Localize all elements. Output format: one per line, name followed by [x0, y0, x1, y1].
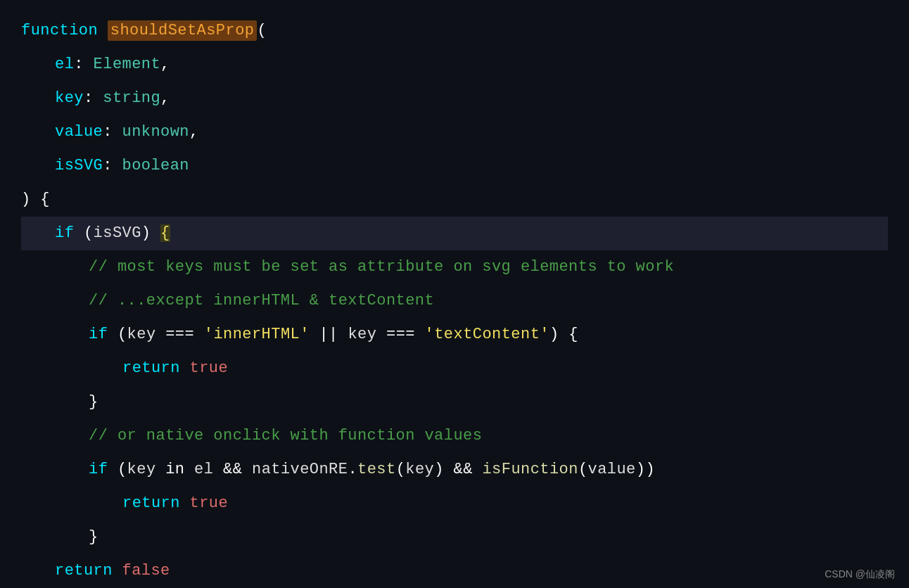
code-line-9: // ...except innerHTML & textContent: [21, 284, 888, 318]
param-value: value: [55, 123, 103, 141]
method-test: test: [357, 461, 396, 478]
code-editor: function shouldSetAsProp( el: Element, k…: [0, 0, 909, 588]
type-unknown: unknown: [122, 123, 190, 141]
param-key: key: [55, 89, 84, 107]
type-boolean: boolean: [122, 157, 190, 174]
code-line-16: }: [21, 520, 888, 554]
code-line-17: return false: [21, 554, 888, 588]
code-line-12: }: [21, 385, 888, 419]
code-line-1: function shouldSetAsProp(: [21, 14, 888, 48]
bool-true-1: true: [180, 359, 228, 377]
keyword-if-3: if: [89, 461, 108, 478]
keyword-if-2: if: [89, 326, 108, 343]
code-line-4: value: unknown,: [21, 115, 888, 149]
code-line-10: if (key === 'innerHTML' || key === 'text…: [21, 318, 888, 352]
brace-open: {: [160, 224, 170, 242]
keyword-if: if: [55, 224, 74, 242]
code-line-2: el: Element,: [21, 48, 888, 82]
bool-true-2: true: [180, 494, 228, 512]
var-key-4: key: [405, 461, 434, 478]
code-line-8: // most keys must be set as attribute on…: [21, 250, 888, 284]
code-line-11: return true: [21, 352, 888, 385]
string-innerhtml: 'innerHTML': [204, 326, 310, 343]
code-line-14: if (key in el && nativeOnRE.test(key) &&…: [21, 453, 888, 487]
keyword-return-2: return: [122, 494, 180, 512]
code-line-6: ) {: [21, 183, 888, 217]
bool-false-1: false: [113, 562, 170, 580]
type-string: string: [103, 89, 160, 107]
param-issvg: isSVG: [55, 157, 103, 174]
param-el: el: [55, 56, 74, 73]
code-line-5: isSVG: boolean: [21, 149, 888, 183]
comment-2: // ...except innerHTML & textContent: [89, 292, 434, 309]
var-key-1: key: [127, 326, 156, 343]
var-key-2: key: [348, 326, 376, 343]
watermark: CSDN @仙凌阁: [825, 568, 895, 581]
code-line-15: return true: [21, 487, 888, 520]
keyword-return-1: return: [122, 359, 180, 377]
var-key-3: key: [127, 461, 156, 478]
var-el: el: [194, 461, 213, 478]
var-nativeonre: nativeOnRE: [252, 461, 348, 478]
keyword-function: function: [21, 22, 98, 39]
comment-1: // most keys must be set as attribute on…: [89, 258, 674, 276]
string-textcontent: 'textContent': [425, 326, 549, 343]
comment-3: // or native onclick with function value…: [89, 427, 482, 445]
type-element: Element: [94, 56, 161, 73]
var-issvg: isSVG: [94, 224, 141, 242]
paren-open: (: [257, 22, 267, 39]
code-line-3: key: string,: [21, 82, 888, 115]
method-isfunction: isFunction: [482, 461, 578, 478]
function-name: shouldSetAsProp: [108, 20, 258, 41]
code-line-7: if (isSVG) {: [21, 217, 888, 250]
keyword-return-3: return: [55, 562, 113, 580]
code-line-13: // or native onclick with function value…: [21, 419, 888, 453]
var-value: value: [588, 461, 636, 478]
